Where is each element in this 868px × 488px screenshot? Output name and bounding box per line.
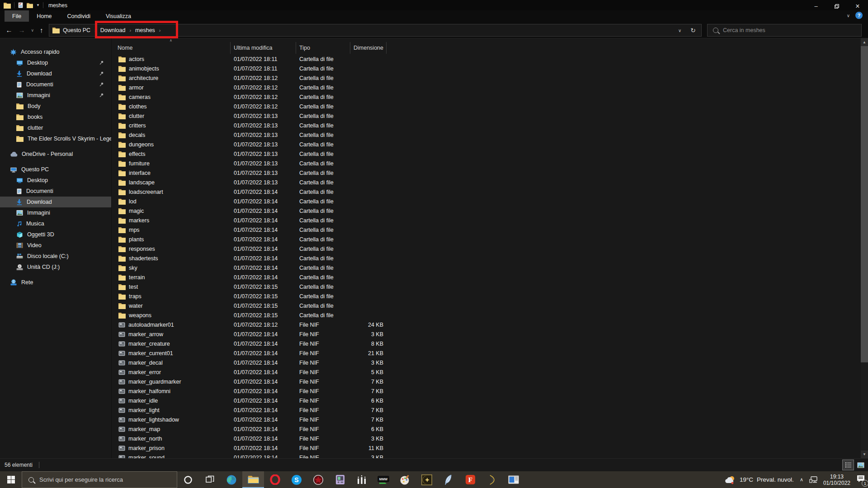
thumbnail-view-button[interactable] xyxy=(855,460,866,470)
taskbar-app-paint-3d[interactable] xyxy=(394,471,416,488)
scroll-down-icon[interactable]: ▼ xyxy=(861,450,868,458)
action-center-button[interactable]: 1 xyxy=(856,474,865,485)
scroll-up-icon[interactable]: ▲ xyxy=(861,38,868,46)
column-header-ultima-modifica[interactable]: Ultima modifica xyxy=(231,42,296,54)
file-row[interactable]: cameras01/07/2022 18:12Cartella di file xyxy=(114,92,503,102)
taskbar-app-audio-bars-app[interactable] xyxy=(351,471,373,488)
taskbar-app-file-explorer[interactable] xyxy=(242,471,264,488)
help-icon[interactable]: ? xyxy=(855,12,863,19)
tab-home[interactable]: Home xyxy=(29,10,59,22)
tab-condividi[interactable]: Condividi xyxy=(60,10,98,22)
tab-visualizza[interactable]: Visualizza xyxy=(98,10,139,22)
file-row[interactable]: marker_current0101/07/2022 18:14File NIF… xyxy=(114,348,503,358)
column-header-tipo[interactable]: Tipo xyxy=(296,42,350,54)
clock[interactable]: 19:13 01/10/2022 xyxy=(823,474,850,486)
file-row[interactable]: marker_idle01/07/2022 18:14File NIF6 KB xyxy=(114,396,503,405)
sidebar-item-download[interactable]: Download xyxy=(0,68,111,79)
taskbar-app-mmw-app[interactable]: MMW xyxy=(373,471,394,488)
qat-customize-arrow-icon[interactable]: ▼ xyxy=(36,3,40,7)
taskbar-app-task-view[interactable] xyxy=(199,471,221,488)
sidebar-item-body[interactable]: Body xyxy=(0,101,111,112)
column-header-dimensione[interactable]: Dimensione xyxy=(350,42,387,54)
file-row[interactable]: markers01/07/2022 18:14Cartella di file xyxy=(114,216,503,225)
sidebar-item-immagini[interactable]: Immagini xyxy=(0,90,111,101)
file-row[interactable]: shadertests01/07/2022 18:14Cartella di f… xyxy=(114,253,503,263)
sidebar-item-documenti[interactable]: Documenti xyxy=(0,186,111,197)
sidebar-item-the-elder-scrolls-v-skyrim-legend[interactable]: The Elder Scrolls V Skyrim - Legend xyxy=(0,133,111,144)
sidebar-item-desktop[interactable]: Desktop xyxy=(0,57,111,68)
sidebar-item-download[interactable]: Download xyxy=(0,197,111,207)
file-row[interactable]: plants01/07/2022 18:14Cartella di file xyxy=(114,235,503,244)
recent-locations-icon[interactable]: ∨ xyxy=(31,28,34,33)
sidebar-item-documenti[interactable]: Documenti xyxy=(0,79,111,90)
breadcrumb-item[interactable]: Questo PC xyxy=(63,27,90,33)
file-row[interactable]: clutter01/07/2022 18:13Cartella di file xyxy=(114,111,503,121)
details-view-button[interactable] xyxy=(843,460,854,470)
file-row[interactable]: responses01/07/2022 18:14Cartella di fil… xyxy=(114,244,503,253)
file-row[interactable]: sky01/07/2022 18:14Cartella di file xyxy=(114,263,503,272)
file-row[interactable]: architecture01/07/2022 18:12Cartella di … xyxy=(114,73,503,83)
file-row[interactable]: test01/07/2022 18:15Cartella di file xyxy=(114,282,503,291)
taskbar-search-box[interactable]: Scrivi qui per eseguire la ricerca xyxy=(22,471,177,488)
sidebar-item-oggetti-3d[interactable]: Oggetti 3D xyxy=(0,229,111,240)
file-row[interactable]: lod01/07/2022 18:14Cartella di file xyxy=(114,197,503,206)
taskbar-app-cortana[interactable] xyxy=(177,471,199,488)
search-box[interactable]: Cerca in meshes xyxy=(707,24,862,37)
taskbar-app-game-red-emblem[interactable] xyxy=(307,471,329,488)
back-button[interactable]: ← xyxy=(5,26,12,34)
file-row[interactable]: marker_light01/07/2022 18:14File NIF7 KB xyxy=(114,405,503,415)
address-dropdown-icon[interactable]: ∨ xyxy=(678,28,681,33)
vertical-scrollbar[interactable]: ▲ ▼ xyxy=(861,38,868,458)
refresh-icon[interactable]: ↻ xyxy=(690,27,696,34)
sidebar-section-rete[interactable]: Rete xyxy=(0,277,111,288)
file-row[interactable]: interface01/07/2022 18:13Cartella di fil… xyxy=(114,168,503,178)
file-row[interactable]: marker_creature01/07/2022 18:14File NIF8… xyxy=(114,339,503,348)
file-row[interactable]: dungeons01/07/2022 18:13Cartella di file xyxy=(114,140,503,149)
file-row[interactable]: marker_halfomni01/07/2022 18:14File NIF7… xyxy=(114,386,503,396)
file-row[interactable]: autoloadmarker0101/07/2022 18:12File NIF… xyxy=(114,320,503,329)
tab-file[interactable]: File xyxy=(5,10,29,22)
sidebar-item-video[interactable]: Video xyxy=(0,240,111,251)
file-row[interactable]: terrain01/07/2022 18:14Cartella di file xyxy=(114,272,503,282)
sidebar-item-unit-cd-j-[interactable]: Unità CD (J:) xyxy=(0,262,111,272)
file-row[interactable]: animobjects01/07/2022 18:11Cartella di f… xyxy=(114,64,503,73)
file-row[interactable]: marker_lightshadow01/07/2022 18:14File N… xyxy=(114,415,503,424)
file-row[interactable]: weapons01/07/2022 18:15Cartella di file xyxy=(114,310,503,320)
file-row[interactable]: mps01/07/2022 18:14Cartella di file xyxy=(114,225,503,235)
sidebar-item-immagini[interactable]: Immagini xyxy=(0,207,111,218)
file-row[interactable]: marker_north01/07/2022 18:14File NIF3 KB xyxy=(114,434,503,443)
sidebar-item-disco-locale-c-[interactable]: Disco locale (C:) xyxy=(0,251,111,262)
file-row[interactable]: clothes01/07/2022 18:12Cartella di file xyxy=(114,102,503,111)
file-row[interactable]: critters01/07/2022 18:13Cartella di file xyxy=(114,121,503,130)
network-tray-icon[interactable] xyxy=(809,476,817,483)
taskbar-app-blue-window-app[interactable] xyxy=(503,471,524,488)
weather-widget[interactable]: 19°C Preval. nuvol. xyxy=(724,475,794,484)
sidebar-section-questo-pc[interactable]: Questo PC xyxy=(0,164,111,175)
taskbar-app-skype[interactable]: S xyxy=(286,471,307,488)
file-row[interactable]: loadscreenart01/07/2022 18:14Cartella di… xyxy=(114,187,503,197)
file-row[interactable]: landscape01/07/2022 18:13Cartella di fil… xyxy=(114,178,503,187)
taskbar-app-feather-app[interactable] xyxy=(438,471,459,488)
taskbar-app-edge[interactable] xyxy=(221,471,242,488)
file-row[interactable]: water01/07/2022 18:15Cartella di file xyxy=(114,301,503,310)
taskbar-app-f-app[interactable]: F xyxy=(459,471,481,488)
ribbon-collapse-icon[interactable]: ∨ xyxy=(847,13,850,18)
file-row[interactable]: actors01/07/2022 18:11Cartella di file xyxy=(114,54,503,64)
file-row[interactable]: furniture01/07/2022 18:13Cartella di fil… xyxy=(114,159,503,168)
sidebar-section-onedrive-personal[interactable]: OneDrive - Personal xyxy=(0,149,111,160)
file-row[interactable]: marker_guardmarker01/07/2022 18:14File N… xyxy=(114,377,503,386)
sidebar-item-books[interactable]: books xyxy=(0,112,111,122)
column-header-nome[interactable]: Nome xyxy=(114,42,231,54)
taskbar-app-curve-app[interactable] xyxy=(481,471,503,488)
qat-new-folder-icon[interactable] xyxy=(27,3,33,8)
file-row[interactable]: decals01/07/2022 18:13Cartella di file xyxy=(114,130,503,140)
taskbar-app-opera[interactable] xyxy=(264,471,286,488)
forward-button[interactable]: → xyxy=(18,26,25,34)
file-row[interactable]: armor01/07/2022 18:12Cartella di file xyxy=(114,83,503,92)
taskbar-app-emulator[interactable] xyxy=(329,471,351,488)
scrollbar-thumb[interactable] xyxy=(861,46,868,362)
sidebar-item-musica[interactable]: Musica xyxy=(0,218,111,229)
file-row[interactable]: marker_decal01/07/2022 18:14File NIF3 KB xyxy=(114,358,503,367)
taskbar-app-gold-emblem-app[interactable] xyxy=(416,471,438,488)
file-row[interactable]: marker_sound01/07/2022 18:14File NIF3 KB xyxy=(114,453,503,458)
